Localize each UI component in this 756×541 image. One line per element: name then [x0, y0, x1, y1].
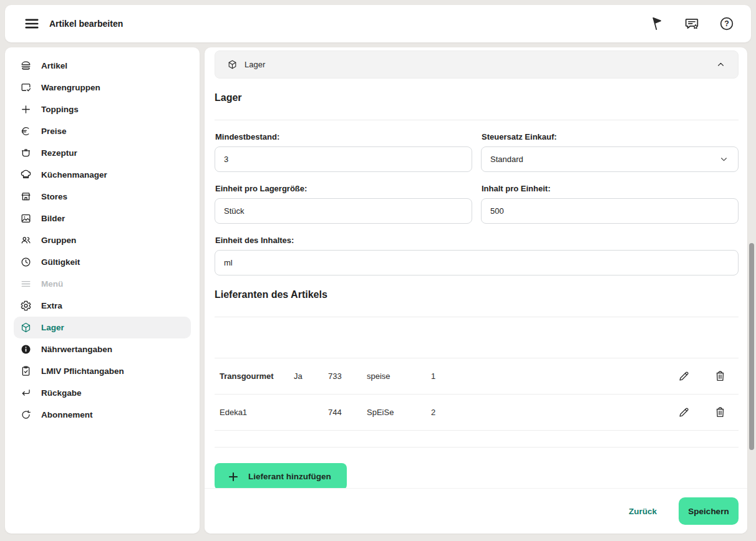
edit-icon[interactable] — [677, 370, 691, 383]
cell-artnr: 744 — [328, 408, 367, 417]
sidebar-item-preise[interactable]: Preise — [14, 120, 191, 142]
sidebar-item-label: Abonnement — [41, 410, 93, 419]
cube-icon — [227, 59, 238, 70]
sidebar-item-rueckgabe[interactable]: Rückgabe — [14, 382, 191, 404]
sidebar-item-label: Bilder — [41, 214, 65, 223]
refresh-icon — [20, 409, 32, 421]
section-title-lager: Lager — [215, 92, 739, 103]
section-title-lieferanten: Lieferanten des Artikels — [215, 289, 739, 300]
scroll-area: Lager Lager Mindestbestand: Steuersatz E… — [205, 47, 747, 488]
back-button[interactable]: Zurück — [629, 507, 657, 516]
plus-icon — [20, 103, 32, 115]
sidebar-item-lager[interactable]: Lager — [14, 317, 191, 338]
sidebar-item-label: Lager — [41, 323, 64, 332]
field-inhalt: Inhalt pro Einheit: — [481, 172, 739, 224]
sidebar-item-abonnement[interactable]: Abonnement — [14, 404, 191, 426]
sidebar-item-stores[interactable]: Stores — [14, 186, 191, 208]
inhalt-input[interactable] — [481, 198, 739, 224]
sidebar-item-artikel[interactable]: Artikel — [14, 55, 191, 77]
lager-form: Mindestbestand: Steuersatz Einkauf: Stan… — [215, 120, 739, 275]
sidebar-item-gruppen[interactable]: Gruppen — [14, 229, 191, 251]
image-icon — [20, 213, 32, 224]
sidebar-item-bilder[interactable]: Bilder — [14, 208, 191, 229]
top-header: Artikel bearbeiten — [5, 5, 751, 42]
trash-icon[interactable] — [714, 406, 727, 419]
pot-icon — [20, 147, 32, 159]
sidebar-item-label: Preise — [41, 127, 67, 136]
einheit-inhalt-input[interactable] — [215, 250, 739, 275]
einheit-lager-input[interactable] — [215, 198, 472, 224]
store-icon — [20, 191, 32, 203]
sidebar-item-rezeptur[interactable]: Rezeptur — [14, 142, 191, 164]
sidebar-item-label: Gültigkeit — [41, 257, 80, 267]
help-icon[interactable] — [719, 16, 735, 32]
inhalt-label: Inhalt pro Einheit: — [482, 184, 739, 193]
field-steuersatz: Steuersatz Einkauf: Standard — [481, 120, 739, 172]
flag-icon[interactable] — [649, 16, 665, 32]
cell-artnr: 733 — [328, 371, 367, 381]
sidebar-item-label: Toppings — [41, 105, 79, 114]
scrollbar-track — [749, 47, 754, 534]
euro-icon — [20, 125, 32, 137]
scrollbar-thumb[interactable] — [749, 243, 754, 450]
table-body: Transgourmet Ja 733 speise 1 Edeka1 744 — [215, 358, 739, 431]
edit-icon[interactable] — [677, 406, 691, 419]
feedback-icon[interactable] — [684, 16, 700, 32]
sidebar-item-label: Menü — [41, 279, 63, 289]
sidebar-item-label: Nährwertangaben — [41, 345, 112, 354]
save-button[interactable]: Speichern — [679, 497, 739, 525]
sidebar-item-kuechenmanager[interactable]: Küchenmanager — [14, 164, 191, 186]
lager-panel-header[interactable]: Lager — [215, 50, 739, 79]
sidebar-item-menue[interactable]: Menü — [14, 273, 191, 295]
sidebar-item-extra[interactable]: Extra — [14, 295, 191, 317]
chef-hat-icon — [20, 169, 32, 181]
sidebar-item-label: Artikel — [41, 61, 67, 70]
supplier-row-transgourmet: Transgourmet Ja 733 speise 1 — [215, 358, 739, 395]
sidebar-item-label: Küchenmanager — [41, 170, 107, 180]
main-footer: Zurück Speichern — [205, 488, 747, 534]
sidebar-nav: Artikel Warengruppen Toppings Preise Rez… — [14, 55, 191, 426]
cell-lieferant: Edeka1 — [220, 408, 294, 417]
chevron-down-icon — [719, 154, 729, 165]
clipboard-check-icon — [20, 365, 32, 377]
clock-icon — [20, 256, 32, 268]
sidebar-item-toppings[interactable]: Toppings — [14, 98, 191, 120]
return-icon — [20, 387, 32, 399]
einheit-lager-label: Einheit pro Lagergröße: — [215, 184, 472, 193]
cell-haupt: Ja — [294, 371, 328, 381]
einheit-inhalt-label: Einheit des Inhaltes: — [215, 236, 739, 245]
empty-table-row — [215, 431, 739, 448]
cube-icon — [20, 322, 32, 333]
users-icon — [20, 234, 32, 246]
steuersatz-select-value: Standard — [490, 155, 523, 164]
sidebar: Artikel Warengruppen Toppings Preise Rez… — [5, 47, 200, 534]
sidebar-item-label: Stores — [41, 192, 67, 201]
panel-header-label: Lager — [245, 60, 265, 69]
row-actions — [677, 406, 739, 419]
sidebar-item-label: Rezeptur — [41, 148, 77, 158]
field-einheit-inhalt: Einheit des Inhaltes: — [215, 224, 739, 275]
box-check-icon — [20, 82, 32, 93]
mindestbestand-label: Mindestbestand: — [215, 132, 472, 141]
chevron-up-icon[interactable] — [715, 59, 726, 70]
trash-icon[interactable] — [714, 370, 727, 383]
add-supplier-button[interactable]: Lieferant hinzufügen — [215, 463, 347, 488]
gear-icon — [20, 300, 32, 312]
sidebar-item-naehrwertangaben[interactable]: Nährwertangaben — [14, 338, 191, 360]
info-icon — [20, 343, 32, 355]
sidebar-item-warengruppen[interactable]: Warengruppen — [14, 77, 191, 98]
main-content: Lager Lager Mindestbestand: Steuersatz E… — [205, 47, 747, 534]
steuersatz-select[interactable]: Standard — [481, 146, 739, 172]
topbar-icons — [649, 16, 735, 32]
hamburger-menu-button[interactable] — [24, 16, 40, 32]
page-title: Artikel bearbeiten — [49, 19, 123, 29]
field-mindestbestand: Mindestbestand: — [215, 120, 472, 172]
sidebar-item-lmiv-pflichtangaben[interactable]: LMIV Pflichtangaben — [14, 360, 191, 382]
row-actions — [677, 370, 739, 383]
sidebar-item-gueltigkeit[interactable]: Gültigkeit — [14, 251, 191, 273]
cell-bezeichnung: SpEiSe — [367, 408, 431, 417]
mindestbestand-input[interactable] — [215, 146, 472, 172]
supplier-row-edeka1: Edeka1 744 SpEiSe 2 — [215, 395, 739, 431]
sidebar-item-label: Warengruppen — [41, 83, 100, 92]
cell-preis: 2 — [431, 408, 494, 417]
